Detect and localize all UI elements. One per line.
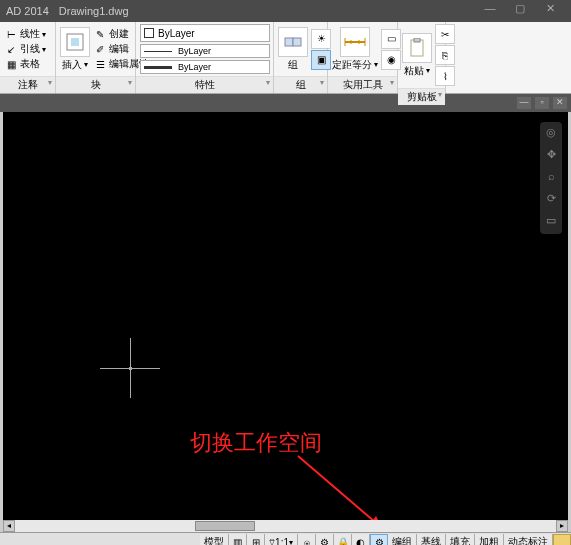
attr-icon: ☰ (93, 57, 107, 71)
close-button[interactable]: ✕ (535, 2, 565, 20)
panel-label-clipboard: 剪贴板 ▾ (398, 88, 445, 105)
anno-visibility-button[interactable]: ⍟ (298, 534, 316, 546)
maximize-button[interactable]: ▢ (505, 2, 535, 20)
paste-button[interactable] (402, 33, 432, 63)
leader-button[interactable]: ↙ 引线▾ (4, 42, 46, 56)
measure-label: 定距等分▾ (332, 58, 378, 72)
doc-window-controls: — ▫ ✕ (0, 94, 571, 112)
tray-button[interactable] (553, 534, 571, 546)
group-label: 组 (288, 58, 298, 72)
svg-rect-2 (285, 38, 293, 46)
leader-icon: ↙ (4, 42, 18, 56)
drawing-canvas[interactable]: ◎ ✥ ⌕ ⟳ ▭ (3, 112, 568, 520)
expand-icon[interactable]: ▾ (438, 90, 442, 99)
panel-label-block: 块 ▾ (56, 76, 135, 93)
layer-combo[interactable]: ByLayer (140, 24, 270, 42)
line-swatch-icon (144, 51, 172, 52)
ribbon-group-group: 组 ☀ ▣ 组 ▾ (274, 22, 328, 93)
svg-rect-1 (71, 38, 79, 46)
layout-grid-button[interactable]: ⊞ (247, 534, 265, 546)
ribbon-group-annotate: ⊢ 线性▾ ↙ 引线▾ ▦ 表格 注释 ▾ (0, 22, 56, 93)
crosshair-center-icon (129, 367, 132, 370)
ribbon-group-block: 插入▾ ✎创建 ✐编辑 ☰编辑属性▾ 块 ▾ (56, 22, 136, 93)
ribbon-group-clipboard: 粘贴▾ ✂ ⎘ ⌇ 剪贴板 ▾ (398, 22, 446, 93)
expand-icon[interactable]: ▾ (320, 78, 324, 87)
bold-toggle[interactable]: 加粗 (475, 534, 504, 546)
linetype-combo[interactable]: ByLayer (140, 44, 270, 58)
linear-icon: ⊢ (4, 27, 18, 41)
ribbon: ⊢ 线性▾ ↙ 引线▾ ▦ 表格 注释 ▾ 插入▾ (0, 22, 571, 94)
lock-button[interactable]: 🔒 (334, 534, 352, 546)
document-name: Drawing1.dwg (59, 5, 129, 17)
baseline-toggle[interactable]: 基线 (417, 534, 446, 546)
expand-icon[interactable]: ▾ (390, 78, 394, 87)
doc-restore-button[interactable]: ▫ (535, 97, 549, 109)
panel-label-annotate: 注释 ▾ (0, 76, 55, 93)
color-swatch-icon (144, 28, 154, 38)
create-icon: ✎ (93, 27, 107, 41)
cut-button[interactable]: ✂ (435, 24, 455, 44)
expand-icon[interactable]: ▾ (48, 78, 52, 87)
table-button[interactable]: ▦ 表格 (4, 57, 46, 71)
scroll-left-button[interactable]: ◂ (3, 520, 15, 532)
nav-showmotion-button[interactable]: ▭ (543, 214, 559, 230)
edit-icon: ✐ (93, 42, 107, 56)
insert-label: 插入▾ (62, 58, 88, 72)
gear-icon: ⚙ (375, 537, 384, 546)
layout-quick-button[interactable]: ▥ (229, 534, 247, 546)
model-tab[interactable]: 模型 (200, 534, 229, 546)
measure-button[interactable] (340, 27, 370, 57)
isolate-button[interactable]: ◐ (352, 534, 370, 546)
svg-rect-3 (293, 38, 301, 46)
workspace-switch-button[interactable]: ⚙ (370, 534, 388, 546)
lineweight-combo[interactable]: ByLayer (140, 60, 270, 74)
nav-orbit-button[interactable]: ⟳ (543, 192, 559, 208)
panel-label-utilities: 实用工具 ▾ (328, 76, 397, 93)
fill-toggle[interactable]: 填充 (446, 534, 475, 546)
table-icon: ▦ (4, 57, 18, 71)
scroll-thumb[interactable] (195, 521, 255, 531)
svg-rect-10 (414, 38, 420, 42)
doc-close-button[interactable]: ✕ (553, 97, 567, 109)
copy-button[interactable]: ⎘ (435, 45, 455, 65)
panel-label-properties: 特性 ▾ (136, 76, 273, 93)
ribbon-group-properties: ByLayer ByLayer ByLayer 特性 ▾ (136, 22, 274, 93)
scroll-right-button[interactable]: ▸ (556, 520, 568, 532)
panel-label-group: 组 ▾ (274, 76, 327, 93)
horizontal-scrollbar[interactable]: ◂ ▸ (3, 520, 568, 532)
nav-pan-button[interactable]: ✥ (543, 148, 559, 164)
navigation-bar: ◎ ✥ ⌕ ⟳ ▭ (540, 122, 562, 234)
dyn-dim-toggle[interactable]: 动态标注 (504, 534, 553, 546)
insert-block-button[interactable] (60, 27, 90, 57)
status-bar: 模型 ▥ ⊞ ⍢ 1:1▾ ⍟ ⚙ 🔒 ◐ ⚙ 编组 基线 填充 加粗 动态标注 (0, 532, 571, 545)
expand-icon[interactable]: ▾ (128, 78, 132, 87)
doc-minimize-button[interactable]: — (517, 97, 531, 109)
paste-label: 粘贴▾ (404, 64, 430, 78)
group-button[interactable] (278, 27, 308, 57)
group-toggle[interactable]: 编组 (388, 534, 417, 546)
linear-dim-button[interactable]: ⊢ 线性▾ (4, 27, 46, 41)
scroll-track[interactable] (15, 520, 556, 532)
nav-wheel-button[interactable]: ◎ (543, 126, 559, 142)
title-bar: AD 2014 Drawing1.dwg — ▢ ✕ (0, 0, 571, 22)
expand-icon[interactable]: ▾ (266, 78, 270, 87)
minimize-button[interactable]: — (475, 2, 505, 20)
app-name: AD 2014 (6, 5, 49, 17)
nav-zoom-button[interactable]: ⌕ (543, 170, 559, 186)
anno-scale[interactable]: ⍢ 1:1▾ (265, 534, 298, 546)
brush-button[interactable]: ⌇ (435, 66, 455, 86)
ribbon-group-utilities: 定距等分▾ ▭ ◉ 实用工具 ▾ (328, 22, 398, 93)
weight-swatch-icon (144, 66, 172, 69)
anno-auto-button[interactable]: ⚙ (316, 534, 334, 546)
